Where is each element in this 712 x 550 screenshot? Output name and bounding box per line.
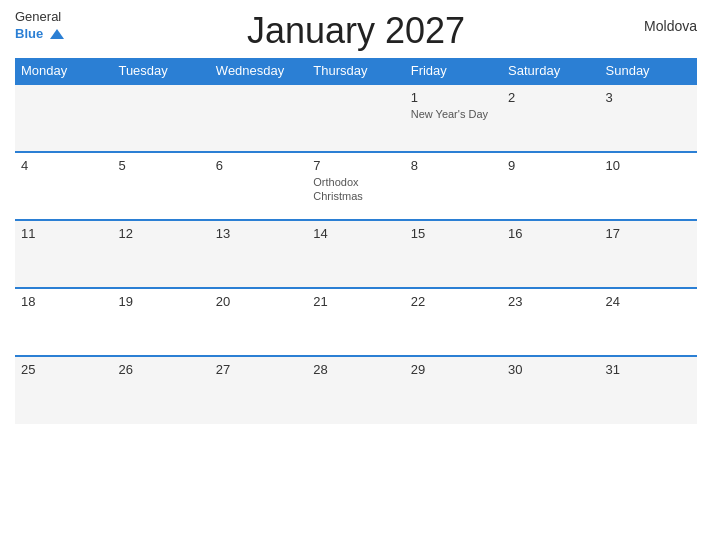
calendar-day: 29 — [405, 356, 502, 424]
calendar-day — [307, 84, 404, 152]
day-number: 1 — [411, 90, 496, 105]
day-number: 8 — [411, 158, 496, 173]
day-number: 18 — [21, 294, 106, 309]
day-number: 9 — [508, 158, 593, 173]
day-number: 5 — [118, 158, 203, 173]
day-number: 2 — [508, 90, 593, 105]
calendar-header: General Blue January 2027 Moldova — [15, 10, 697, 52]
calendar-day: 18 — [15, 288, 112, 356]
day-number: 4 — [21, 158, 106, 173]
day-number: 26 — [118, 362, 203, 377]
day-number: 30 — [508, 362, 593, 377]
day-number: 17 — [606, 226, 691, 241]
calendar-day: 3 — [600, 84, 697, 152]
month-title: January 2027 — [247, 10, 465, 52]
calendar-header-row: Monday Tuesday Wednesday Thursday Friday… — [15, 58, 697, 84]
calendar-container: General Blue January 2027 Moldova Monday… — [0, 0, 712, 550]
calendar-day — [210, 84, 307, 152]
col-saturday: Saturday — [502, 58, 599, 84]
day-number: 16 — [508, 226, 593, 241]
calendar-day — [112, 84, 209, 152]
calendar-day: 20 — [210, 288, 307, 356]
day-number: 12 — [118, 226, 203, 241]
day-number: 24 — [606, 294, 691, 309]
calendar-day: 6 — [210, 152, 307, 220]
day-number: 31 — [606, 362, 691, 377]
calendar-day: 21 — [307, 288, 404, 356]
calendar-day: 22 — [405, 288, 502, 356]
logo-blue-text: Blue — [15, 26, 43, 41]
day-number: 15 — [411, 226, 496, 241]
calendar-day: 8 — [405, 152, 502, 220]
calendar-day: 25 — [15, 356, 112, 424]
col-thursday: Thursday — [307, 58, 404, 84]
calendar-day: 17 — [600, 220, 697, 288]
day-number: 28 — [313, 362, 398, 377]
calendar-day: 1New Year's Day — [405, 84, 502, 152]
day-number: 6 — [216, 158, 301, 173]
day-number: 27 — [216, 362, 301, 377]
calendar-day: 14 — [307, 220, 404, 288]
day-number: 22 — [411, 294, 496, 309]
day-number: 21 — [313, 294, 398, 309]
calendar-table: Monday Tuesday Wednesday Thursday Friday… — [15, 58, 697, 424]
calendar-day: 16 — [502, 220, 599, 288]
day-number: 20 — [216, 294, 301, 309]
calendar-day: 5 — [112, 152, 209, 220]
day-number: 25 — [21, 362, 106, 377]
calendar-body: 1New Year's Day234567Orthodox Christmas8… — [15, 84, 697, 424]
col-friday: Friday — [405, 58, 502, 84]
day-number: 29 — [411, 362, 496, 377]
calendar-day: 9 — [502, 152, 599, 220]
day-number: 13 — [216, 226, 301, 241]
calendar-day: 19 — [112, 288, 209, 356]
col-monday: Monday — [15, 58, 112, 84]
calendar-day: 2 — [502, 84, 599, 152]
calendar-day: 26 — [112, 356, 209, 424]
calendar-day: 13 — [210, 220, 307, 288]
calendar-day: 4 — [15, 152, 112, 220]
col-sunday: Sunday — [600, 58, 697, 84]
day-number: 14 — [313, 226, 398, 241]
calendar-day: 30 — [502, 356, 599, 424]
day-number: 23 — [508, 294, 593, 309]
calendar-day: 10 — [600, 152, 697, 220]
logo-general-text: General — [15, 10, 64, 24]
day-number: 11 — [21, 226, 106, 241]
col-wednesday: Wednesday — [210, 58, 307, 84]
calendar-day — [15, 84, 112, 152]
calendar-day: 31 — [600, 356, 697, 424]
calendar-day: 28 — [307, 356, 404, 424]
day-number: 7 — [313, 158, 398, 173]
day-number: 3 — [606, 90, 691, 105]
country-label: Moldova — [644, 18, 697, 34]
holiday-name: Orthodox Christmas — [313, 175, 398, 204]
calendar-day: 27 — [210, 356, 307, 424]
day-number: 19 — [118, 294, 203, 309]
col-tuesday: Tuesday — [112, 58, 209, 84]
calendar-day: 23 — [502, 288, 599, 356]
holiday-name: New Year's Day — [411, 107, 496, 121]
calendar-day: 24 — [600, 288, 697, 356]
calendar-day: 12 — [112, 220, 209, 288]
logo-triangle-icon — [50, 29, 64, 39]
calendar-day: 15 — [405, 220, 502, 288]
day-number: 10 — [606, 158, 691, 173]
calendar-day: 11 — [15, 220, 112, 288]
logo: General Blue — [15, 10, 64, 42]
logo-blue-row: Blue — [15, 24, 64, 42]
calendar-day: 7Orthodox Christmas — [307, 152, 404, 220]
